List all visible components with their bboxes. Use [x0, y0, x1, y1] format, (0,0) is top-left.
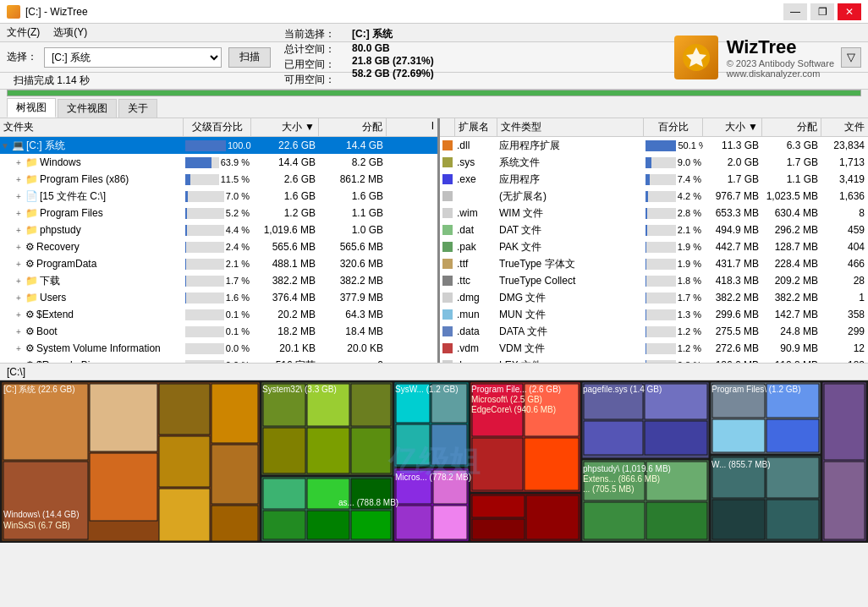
ft-color-cell [440, 326, 455, 336]
ft-row[interactable]: .lex LEX 文件 0.8 % 186.6 MB 110.8 MB 182 [440, 357, 868, 363]
tree-row[interactable]: + ⚙ $Recycle.Bin 0.0 % 516 字节 0 [0, 357, 437, 363]
svg-rect-43 [472, 495, 525, 517]
tree-row[interactable]: + 📄 [15 文件在 C:\] 7.0 % 1.6 GB 1.6 GB [0, 188, 437, 205]
pct-bar-bg [185, 293, 224, 304]
tree-row[interactable]: + 📁 Program Files 5.2 % 1.2 GB 1.1 GB [0, 205, 437, 221]
ft-row[interactable]: .dll 应用程序扩展 50.1 % 11.3 GB 6.3 GB 23,834 [440, 137, 868, 154]
ft-header-size[interactable]: 大小 ▼ [703, 118, 762, 136]
svg-rect-60 [766, 419, 819, 452]
svg-rect-65 [766, 500, 819, 539]
tree-header-pct[interactable]: 父级百分比 [184, 118, 251, 136]
ft-pct-text: 1.7 % [678, 293, 701, 303]
ft-pct-cell: 1.3 % [644, 309, 703, 320]
tree-header-alloc[interactable]: 分配 [319, 118, 387, 136]
tree-header-files[interactable]: I [387, 118, 437, 136]
tree-row[interactable]: + ⚙ Recovery 2.4 % 565.6 MB 565.6 MB [0, 238, 437, 255]
ft-color-box [442, 174, 453, 184]
tree-row[interactable]: ▼ 💻 [C:] 系统 100.0 % 22.6 GB 14.4 GB [0, 137, 437, 154]
expand-icon[interactable]: + [14, 276, 24, 286]
ft-row[interactable]: .pak PAK 文件 1.9 % 442.7 MB 128.7 MB 404 [440, 238, 868, 255]
size-text: 488.1 MB [251, 258, 319, 270]
ft-row[interactable]: .data DATA 文件 1.2 % 275.5 MB 24.8 MB 299 [440, 323, 868, 340]
expand-icon[interactable]: + [14, 192, 24, 201]
tab-file-view[interactable]: 文件视图 [58, 99, 117, 118]
menu-file[interactable]: 文件(Z) [7, 25, 40, 40]
expand-icon[interactable]: ▼ [0, 141, 10, 150]
folder-name: ProgramData [36, 258, 96, 270]
folder-icon: ⚙ [25, 359, 35, 363]
ft-row[interactable]: .ttf TrueType 字体文 1.9 % 431.7 MB 228.4 M… [440, 255, 868, 272]
folder-icon: 📁 [25, 173, 38, 185]
ft-row[interactable]: .mun MUN 文件 1.3 % 299.6 MB 142.7 MB 358 [440, 306, 868, 323]
expand-icon[interactable]: + [14, 361, 24, 364]
ft-color-box [442, 360, 453, 363]
folder-name: Windows [40, 156, 81, 168]
ft-row[interactable]: (无扩展名) 4.2 % 976.7 MB 1,023.5 MB 1,636 [440, 188, 868, 205]
tree-row[interactable]: + ⚙ System Volume Information 0.0 % 20.1… [0, 340, 437, 357]
folder-name: $Recycle.Bin [36, 359, 96, 363]
expand-icon[interactable]: + [14, 158, 24, 167]
tab-bar: 树视图 文件视图 关于 [0, 98, 868, 118]
ft-row[interactable]: .sys 系统文件 9.0 % 2.0 GB 1.7 GB 1,713 [440, 154, 868, 171]
ft-row[interactable]: .exe 应用程序 7.4 % 1.7 GB 1.1 GB 3,419 [440, 171, 868, 188]
tree-row[interactable]: + ⚙ ProgramData 2.1 % 488.1 MB 320.6 MB [0, 255, 437, 272]
ft-alloc: 128.7 MB [762, 241, 821, 253]
expand-icon[interactable]: + [14, 327, 24, 336]
tab-tree-view[interactable]: 树视图 [7, 98, 56, 118]
ft-type: TrueType 字体文 [497, 257, 644, 271]
svg-rect-39 [472, 438, 523, 490]
menu-options[interactable]: 选项(Y) [53, 25, 87, 40]
breadcrumb-bar: [C:\] [0, 364, 868, 380]
ft-pct-cell: 1.9 % [644, 242, 703, 253]
filter-button[interactable]: ▽ [841, 47, 861, 68]
pct-bar-bg [185, 326, 224, 337]
ft-row[interactable]: .ttc TrueType Collect 1.8 % 418.3 MB 209… [440, 272, 868, 289]
ft-pct-bar-bg [646, 293, 676, 304]
tree-row[interactable]: + 📁 Windows 63.9 % 14.4 GB 8.2 GB [0, 154, 437, 171]
expand-icon[interactable]: + [14, 310, 24, 320]
minimize-button[interactable]: — [783, 3, 807, 20]
expand-icon[interactable]: + [14, 293, 24, 303]
tree-row[interactable]: + 📁 Users 1.6 % 376.4 MB 377.9 MB [0, 289, 437, 306]
ft-row[interactable]: .vdm VDM 文件 1.2 % 272.6 MB 90.9 MB 12 [440, 340, 868, 357]
ft-files: 23,834 [821, 139, 868, 151]
maximize-button[interactable]: ❐ [810, 3, 834, 20]
expand-icon[interactable]: + [14, 209, 24, 218]
ft-color-cell [440, 157, 455, 167]
drive-select[interactable]: [C:] 系统 [44, 47, 222, 68]
ft-row[interactable]: .wim WIM 文件 2.8 % 653.3 MB 630.4 MB 8 [440, 205, 868, 221]
tab-about[interactable]: 关于 [118, 99, 157, 118]
ft-type: (无扩展名) [497, 189, 644, 204]
ft-header-alloc[interactable]: 分配 [762, 118, 821, 136]
expand-icon[interactable]: + [14, 175, 24, 184]
ft-color-cell [440, 140, 455, 150]
tree-header-size[interactable]: 大小 ▼ [251, 118, 319, 136]
ft-header-files[interactable]: 文件 [821, 118, 868, 136]
ft-header-pct[interactable]: 百分比 [644, 118, 703, 136]
tree-row[interactable]: + ⚙ $Extend 0.1 % 20.2 MB 64.3 MB [0, 306, 437, 323]
ft-row[interactable]: .dat DAT 文件 2.1 % 494.9 MB 296.2 MB 459 [440, 221, 868, 238]
expand-icon[interactable]: + [14, 344, 24, 353]
ft-header-ext[interactable]: 扩展名 [455, 118, 497, 136]
expand-icon[interactable]: + [14, 226, 24, 235]
expand-icon[interactable]: + [14, 243, 24, 252]
tree-row[interactable]: + 📁 下载 1.7 % 382.2 MB 382.2 MB [0, 272, 437, 289]
tree-header-folder[interactable]: 文件夹 [0, 118, 184, 136]
pct-bar [185, 174, 190, 185]
svg-rect-9 [159, 489, 210, 541]
ft-color-cell [440, 259, 455, 269]
tree-row[interactable]: + 📁 Program Files (x86) 11.5 % 2.6 GB 86… [0, 171, 437, 188]
folder-icon: 📁 [25, 156, 38, 168]
ft-row[interactable]: .dmg DMG 文件 1.7 % 382.2 MB 382.2 MB 1 [440, 289, 868, 306]
ft-pct-bar-bg [646, 191, 676, 202]
close-button[interactable]: ✕ [838, 3, 861, 20]
tree-row[interactable]: + ⚙ Boot 0.1 % 18.2 MB 18.4 MB [0, 323, 437, 340]
ft-alloc: 209.2 MB [762, 275, 821, 287]
svg-text:Program File... (2.6 GB): Program File... (2.6 GB) [471, 385, 561, 394]
ft-header-type[interactable]: 文件类型 [497, 118, 644, 136]
tree-row[interactable]: + 📁 phpstudy 4.4 % 1,019.6 MB 1.0 GB [0, 221, 437, 238]
expand-icon[interactable]: + [14, 260, 24, 269]
scan-button[interactable]: 扫描 [228, 47, 271, 68]
ft-pct-cell: 4.2 % [644, 191, 703, 202]
pct-bar [185, 208, 187, 219]
